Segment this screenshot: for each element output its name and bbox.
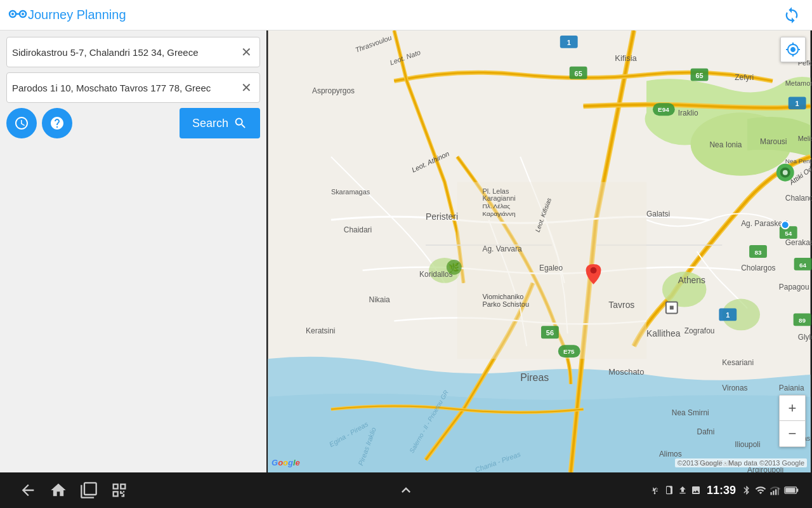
map-copyright: ©2013 Google · Map data ©2013 Google (675, 458, 807, 467)
map-area[interactable]: 65 65 1 1 E94 E75 1 83 54 89 64 56 (266, 30, 812, 472)
svg-text:65: 65 (695, 72, 703, 79)
svg-text:Nea Ionia: Nea Ionia (709, 140, 742, 149)
svg-text:Kifisia: Kifisia (615, 53, 637, 63)
search-button[interactable]: Search (180, 108, 260, 138)
svg-text:Chalandri: Chalandri (785, 194, 812, 203)
svg-text:Zefyri: Zefyri (735, 73, 754, 82)
svg-rect-102 (771, 492, 772, 495)
svg-text:Ag. Varvara: Ag. Varvara (483, 244, 522, 253)
destination-input-row: ✕ (6, 72, 260, 103)
zoom-in-button[interactable]: + (780, 396, 805, 421)
svg-text:Zografou: Zografou (684, 326, 715, 335)
google-logo: Google (272, 458, 300, 467)
refresh-button[interactable] (782, 5, 802, 25)
svg-text:Cholargos: Cholargos (741, 264, 775, 272)
svg-text:Peristeri: Peristeri (426, 211, 458, 222)
svg-text:Alimos: Alimos (659, 450, 682, 458)
svg-text:Nea Smirni: Nea Smirni (672, 409, 709, 418)
up-button[interactable] (391, 475, 421, 505)
svg-text:🌿: 🌿 (449, 262, 460, 273)
search-label: Search (192, 117, 228, 130)
svg-rect-104 (775, 490, 776, 495)
my-location-button[interactable] (780, 37, 806, 62)
svg-point-99 (591, 267, 597, 274)
destination-clear-button[interactable]: ✕ (239, 79, 254, 97)
app-icon (8, 4, 28, 27)
zoom-out-button[interactable]: − (780, 421, 805, 446)
svg-text:64: 64 (799, 262, 807, 269)
svg-text:Gerakas: Gerakas (785, 238, 812, 247)
svg-point-97 (782, 221, 789, 229)
svg-rect-103 (773, 491, 774, 495)
svg-text:83: 83 (754, 249, 762, 256)
top-bar: Journey Planning (0, 0, 812, 30)
svg-text:56: 56 (546, 329, 554, 337)
svg-text:Kallithea: Kallithea (646, 328, 681, 338)
svg-text:1: 1 (796, 100, 799, 107)
svg-text:Dafni: Dafni (697, 427, 715, 436)
svg-text:Keratsini: Keratsini (306, 326, 335, 335)
svg-text:Kesariani: Kesariani (722, 358, 754, 367)
svg-text:Moschato: Moschato (608, 367, 644, 377)
svg-text:1: 1 (567, 39, 571, 46)
svg-text:Papagou: Papagou (779, 283, 809, 291)
origin-input[interactable] (12, 47, 239, 58)
svg-text:Πλ. Λέλας: Πλ. Λέλας (483, 203, 511, 210)
map-canvas: 65 65 1 1 E94 E75 1 83 54 89 64 56 (266, 30, 812, 472)
svg-text:Paiania: Paiania (779, 384, 804, 392)
svg-text:54: 54 (785, 230, 792, 237)
svg-text:Athens: Athens (678, 275, 705, 285)
upload-icon (678, 485, 688, 495)
svg-text:E75: E75 (563, 348, 575, 355)
status-bar: 11:39 (651, 484, 799, 497)
svg-rect-107 (797, 488, 799, 491)
qr-button[interactable] (104, 475, 134, 505)
svg-rect-101 (670, 306, 674, 310)
bottom-bar: 11:39 (0, 472, 812, 508)
svg-text:Karagianni: Karagianni (483, 194, 516, 202)
home-button[interactable] (43, 475, 74, 505)
options-button[interactable] (42, 108, 72, 138)
svg-text:Aspropyrgos: Aspropyrgos (312, 86, 355, 95)
svg-rect-105 (778, 488, 779, 495)
origin-clear-button[interactable]: ✕ (239, 43, 254, 61)
recents-button[interactable] (74, 475, 104, 505)
svg-point-4 (22, 13, 24, 15)
origin-input-row: ✕ (6, 37, 260, 67)
svg-text:Metamorfosi: Metamorfosi (785, 79, 812, 87)
image-icon (691, 485, 701, 495)
svg-text:Tavros: Tavros (608, 300, 634, 310)
zoom-controls: + − (779, 395, 806, 447)
svg-text:Skaramagas: Skaramagas (331, 189, 370, 196)
svg-text:Melissia: Melissia (798, 135, 812, 142)
svg-text:Viomichaniko: Viomichaniko (483, 293, 524, 300)
time-button[interactable] (6, 108, 37, 138)
usb-icon (651, 485, 661, 495)
svg-rect-108 (785, 488, 795, 493)
svg-text:Pl. Lelas: Pl. Lelas (483, 187, 509, 195)
svg-text:Parko Schistou: Parko Schistou (483, 300, 529, 308)
app-title: Journey Planning (28, 8, 126, 22)
back-button[interactable] (13, 475, 43, 505)
svg-text:65: 65 (575, 70, 582, 77)
left-panel: ✕ ✕ Search (0, 30, 266, 472)
svg-text:Ilioupoli: Ilioupoli (735, 440, 760, 449)
wifi-icon (755, 485, 766, 496)
svg-text:Ag. Paraskevi: Ag. Paraskevi (741, 219, 788, 228)
svg-text:Galatsi: Galatsi (646, 210, 670, 218)
svg-text:Vironas: Vironas (722, 384, 747, 392)
svg-text:Egaleo: Egaleo (539, 264, 563, 272)
svg-point-96 (783, 170, 788, 175)
controls-row: Search (6, 108, 260, 138)
svg-text:Καραγιάννη: Καραγιάννη (483, 210, 516, 217)
svg-text:Chaidari: Chaidari (344, 225, 372, 234)
destination-input[interactable] (12, 83, 239, 93)
time-display: 11:39 (707, 484, 736, 497)
signal-icon (769, 485, 781, 496)
svg-text:Nikaia: Nikaia (369, 295, 390, 304)
svg-text:Pireas: Pireas (520, 372, 549, 383)
svg-text:89: 89 (799, 317, 806, 324)
svg-text:Nea Pentele: Nea Pentele (785, 157, 812, 164)
bluetooth-icon (742, 485, 752, 495)
svg-text:E94: E94 (658, 106, 669, 113)
